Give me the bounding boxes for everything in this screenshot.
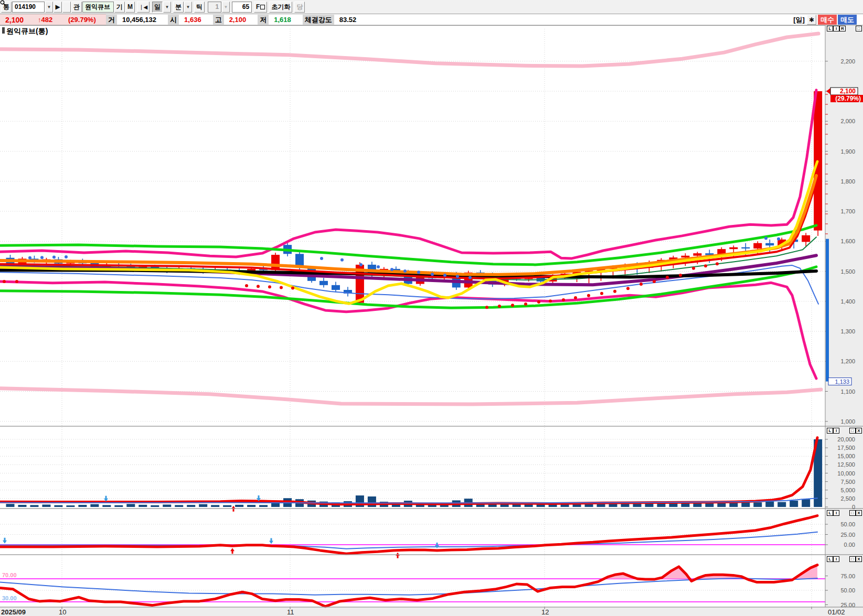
svg-text:(29.79%): (29.79%) — [835, 95, 861, 102]
envelope-outer-lower — [0, 388, 821, 404]
panel-close-button[interactable]: X — [856, 556, 862, 562]
panel-close-button[interactable]: X — [856, 510, 862, 516]
svg-text:2025/09: 2025/09 — [1, 608, 26, 616]
svg-text:01/02: 01/02 — [828, 608, 845, 616]
bollinger-upper — [0, 90, 816, 258]
rsi-panel — [0, 565, 817, 607]
panel-range-button[interactable]: R — [839, 26, 846, 31]
chart-title-text: 원익큐브(통) — [6, 27, 48, 35]
chart-canvas[interactable]: 2,2002,1002,0001,9001,8001,7001,6001,500… — [0, 0, 863, 616]
oscillator-panel — [0, 516, 817, 558]
svg-text:15,000: 15,000 — [837, 453, 855, 459]
panel-indicator-button[interactable]: I — [833, 26, 839, 31]
chart-title: 원익큐브(통) — [2, 27, 48, 36]
svg-text:10,000: 10,000 — [837, 470, 855, 477]
panel-maximize-button[interactable]: □ — [856, 26, 862, 31]
title-bar-icon — [2, 27, 5, 34]
panel-maximize-button[interactable]: □ — [849, 428, 856, 434]
panel-close-button[interactable]: X — [856, 428, 862, 434]
svg-text:1,000: 1,000 — [840, 418, 855, 425]
svg-text:0: 0 — [852, 504, 855, 510]
panel-indicator-button[interactable]: I — [833, 428, 839, 434]
svg-text:12: 12 — [541, 608, 549, 616]
panel-indicator-button[interactable]: I — [833, 556, 839, 562]
panel-link-button[interactable]: L — [827, 26, 833, 31]
threshold-lines — [0, 545, 825, 602]
svg-text:50.00: 50.00 — [840, 521, 855, 527]
svg-text:1,900: 1,900 — [840, 148, 855, 155]
volume-lines — [0, 438, 817, 512]
svg-text:25.00: 25.00 — [840, 532, 855, 538]
svg-text:1,800: 1,800 — [840, 178, 855, 185]
svg-text:20,000: 20,000 — [837, 436, 855, 442]
svg-text:50.00: 50.00 — [840, 587, 855, 593]
svg-text:1,700: 1,700 — [840, 208, 855, 214]
panel-link-button[interactable]: L — [827, 556, 833, 562]
panel-indicator-button[interactable]: I — [833, 510, 839, 516]
svg-text:1,133: 1,133 — [835, 379, 849, 385]
panel-dividers — [0, 25, 863, 607]
svg-text:1,300: 1,300 — [840, 328, 855, 334]
svg-text:2,000: 2,000 — [840, 118, 855, 124]
chart-background — [0, 25, 863, 616]
svg-text:10: 10 — [59, 608, 66, 616]
svg-text:1,500: 1,500 — [840, 268, 855, 275]
panel-maximize-button[interactable]: □ — [849, 556, 856, 562]
svg-text:25.00: 25.00 — [840, 602, 855, 608]
envelope-outer-upper — [0, 34, 818, 66]
svg-text:7,500: 7,500 — [840, 479, 855, 485]
svg-text:30.00: 30.00 — [2, 595, 17, 601]
ma-red — [0, 182, 816, 278]
svg-text:75.00: 75.00 — [840, 573, 855, 579]
svg-text:1,200: 1,200 — [840, 358, 855, 364]
svg-text:70.00: 70.00 — [2, 572, 17, 578]
svg-text:2,200: 2,200 — [840, 58, 855, 64]
svg-text:2,500: 2,500 — [840, 495, 855, 502]
svg-text:11: 11 — [287, 608, 294, 616]
panel-maximize-button[interactable]: □ — [849, 510, 856, 516]
svg-text:17,500: 17,500 — [837, 445, 855, 451]
svg-text:1,600: 1,600 — [840, 238, 855, 244]
panel-link-button[interactable]: L — [827, 428, 833, 434]
price-axis[interactable]: 2,2002,1002,0001,9001,8001,7001,6001,500… — [2, 58, 855, 608]
svg-text:5,000: 5,000 — [840, 487, 855, 493]
svg-text:12,500: 12,500 — [837, 461, 855, 468]
panel-link-button[interactable]: L — [827, 510, 833, 516]
gridlines — [0, 29, 825, 607]
svg-text:1,400: 1,400 — [840, 298, 855, 305]
svg-text:2,100: 2,100 — [840, 88, 856, 95]
indicator-lines — [0, 34, 821, 404]
svg-text:0.00: 0.00 — [844, 542, 855, 548]
svg-text:1,100: 1,100 — [840, 388, 855, 395]
